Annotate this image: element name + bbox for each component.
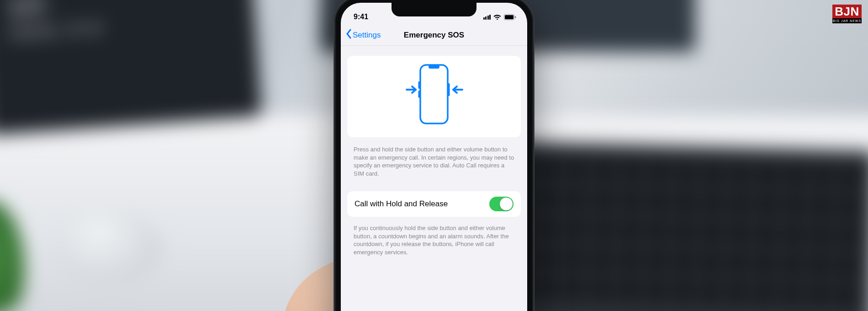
watermark-main: BJN bbox=[832, 5, 862, 18]
phone-screen: 9:41 Set bbox=[341, 3, 527, 311]
call-hold-release-toggle[interactable] bbox=[489, 197, 513, 211]
phone-device-frame: 9:41 Set bbox=[333, 0, 535, 311]
nav-bar: Settings Emergency SOS bbox=[341, 25, 527, 46]
sos-instructions-text: Press and hold the side button and eithe… bbox=[341, 142, 527, 184]
svg-rect-5 bbox=[418, 81, 421, 89]
back-button[interactable]: Settings bbox=[345, 29, 381, 41]
wifi-icon bbox=[493, 14, 501, 20]
back-label: Settings bbox=[353, 31, 381, 40]
background-clock-text: 10: sobota, 14 wr bbox=[5, 0, 231, 118]
phone-side-buttons-icon bbox=[397, 61, 471, 132]
battery-icon bbox=[504, 14, 516, 20]
cellular-signal-icon bbox=[483, 14, 491, 20]
phone-notch bbox=[392, 3, 476, 16]
svg-rect-1 bbox=[505, 15, 513, 19]
svg-rect-3 bbox=[420, 65, 448, 123]
call-hold-release-label: Call with Hold and Release bbox=[355, 199, 448, 209]
watermark-logo: BJN BIG JAR NEWS bbox=[832, 5, 862, 25]
svg-rect-6 bbox=[418, 91, 421, 98]
call-hold-release-row[interactable]: Call with Hold and Release bbox=[347, 191, 521, 217]
svg-rect-2 bbox=[515, 16, 516, 18]
svg-rect-4 bbox=[429, 65, 439, 69]
call-hold-release-footer: If you continuously hold the side button… bbox=[341, 220, 527, 263]
watermark-sub: BIG JAR NEWS bbox=[832, 18, 862, 23]
svg-rect-7 bbox=[448, 83, 450, 96]
sos-illustration-card bbox=[347, 56, 521, 137]
status-time: 9:41 bbox=[354, 13, 368, 21]
chevron-left-icon bbox=[345, 29, 352, 41]
